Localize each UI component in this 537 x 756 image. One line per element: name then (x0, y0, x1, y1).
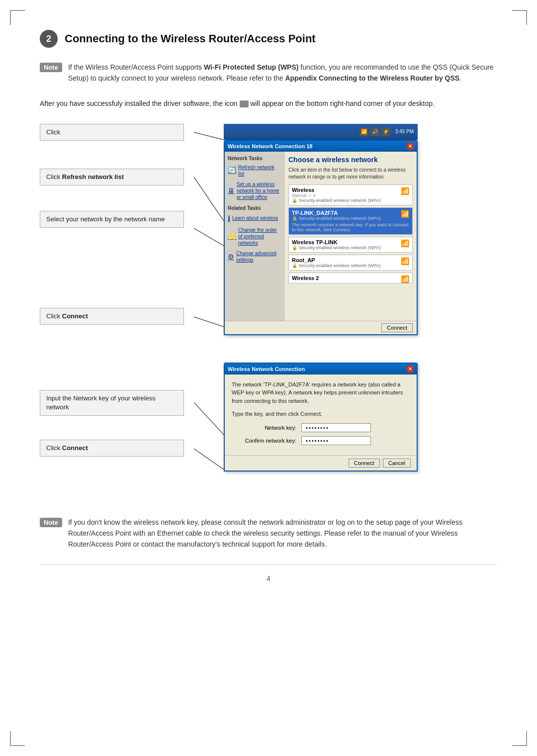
advanced-icon: ⚙ (228, 252, 234, 261)
signal-bars-4: 📶 (401, 257, 409, 265)
svg-line-2 (194, 228, 224, 246)
note-badge-2: Note (40, 518, 62, 527)
tray-icon-3: ⚡ (381, 127, 390, 136)
win-titlebar-1: Wireless Network Connection 18 ✕ (225, 141, 417, 152)
win-body-1: Network Tasks 🔄 Refresh network list 🖥 S… (225, 152, 417, 321)
steps-section-2: Input the Network key of your wireless n… (40, 363, 497, 492)
corner-mark-tl (10, 10, 25, 25)
connector-lines-2 (194, 363, 224, 492)
signal-bars-1: 📶 (401, 187, 409, 195)
network-key-input[interactable] (301, 423, 371, 432)
taskbar-strip: 📶 🔊 ⚡ 3:45 PM (224, 124, 418, 140)
note-text-1: If the Wirless Router/Access Point suppo… (68, 62, 497, 84)
wpa-body: The network 'TP-LINK_DA2F7A' requires a … (225, 375, 417, 455)
win-content-1: Choose a wireless network Click an item … (284, 152, 417, 321)
section-header: 2 Connecting to the Wireless Router/Acce… (40, 30, 497, 48)
connect-button-1[interactable]: Connect (381, 323, 413, 332)
screenshots-col-1: 📶 🔊 ⚡ 3:45 PM Wireless Network Connectio… (224, 124, 418, 335)
label-connect: Click Connect (40, 308, 184, 325)
form-row-key: Network key: (232, 423, 410, 432)
time-display: 3:45 PM (395, 129, 414, 134)
label-select: Select your network by the network name (40, 211, 184, 228)
body-text: After you have successfuly installed the… (40, 98, 497, 110)
label-connect-2: Click Connect (40, 440, 184, 457)
label-refresh: Click Refresh network list (40, 169, 184, 186)
wpa-connect-button[interactable]: Connect (349, 459, 380, 468)
form-label-confirm: Confirm network key: (232, 438, 296, 444)
note-text-2: If you don't know the wireless network k… (68, 517, 497, 550)
confirm-key-input[interactable] (301, 436, 371, 445)
connector-lines-1 (194, 124, 224, 338)
sidebar-advanced[interactable]: ⚙ Change advanced settings (228, 250, 281, 263)
step-badge: 2 (40, 30, 58, 48)
svg-line-0 (194, 132, 224, 140)
label-click: Click (40, 124, 184, 141)
note-box-2: Note If you don't know the wireless netw… (40, 517, 497, 550)
sidebar-order[interactable]: ⭐ Change the order of preferred networks (228, 227, 281, 246)
wpa-desc-1: The network 'TP-LINK_DA2F7A' requires a … (232, 380, 410, 405)
win-footer-1: Connect (225, 321, 417, 334)
network-item-wireless2[interactable]: 📶 Wireless 2 (288, 273, 413, 284)
page-footer: 4 (40, 564, 497, 582)
tray-icon-1: 📶 (359, 127, 368, 136)
win-sidebar: Network Tasks 🔄 Refresh network list 🖥 S… (225, 152, 284, 321)
win-close-btn-2[interactable]: ✕ (407, 366, 414, 373)
wpa-footer: Connect Cancel (225, 455, 417, 471)
svg-line-4 (194, 402, 224, 435)
win-titlebar-2: Wireless Network Connection ✕ (225, 364, 417, 375)
wpa-desc-2: Type the key, and then click Connect. (232, 410, 410, 418)
signal-bars-2: 📶 (401, 210, 409, 218)
screenshots-col-2: Wireless Network Connection ✕ The networ… (224, 363, 418, 472)
win-content-title: Choose a wireless network (288, 156, 413, 164)
corner-mark-br (512, 731, 527, 746)
svg-line-5 (194, 449, 224, 470)
win-content-desc: Click an item in the list below to conne… (288, 167, 413, 181)
wireless-dialog: Wireless Network Connection 18 ✕ Network… (224, 140, 418, 335)
label-input-key: Input the Network key of your wireless n… (40, 390, 184, 416)
steps-section-1: Click Click Refresh network list Select … (40, 124, 497, 338)
learn-icon: ℹ (228, 214, 230, 223)
sidebar-refresh[interactable]: 🔄 Refresh network list (228, 164, 281, 177)
corner-mark-bl (10, 731, 25, 746)
note-box-1: Note If the Wirless Router/Access Point … (40, 62, 497, 84)
wpa-dialog: Wireless Network Connection ✕ The networ… (224, 363, 418, 472)
refresh-icon: 🔄 (228, 166, 236, 175)
wpa-title: Wireless Network Connection (228, 366, 305, 372)
note-badge-1: Note (40, 63, 62, 72)
setup-icon: 🖥 (228, 186, 235, 195)
network-item-wireless[interactable]: 📶 Wireless Manual ☆ ≡ 🔒 Security-enabled… (288, 185, 413, 205)
wpa-cancel-button[interactable]: Cancel (383, 459, 411, 468)
page-number: 4 (267, 574, 270, 582)
svg-line-3 (194, 317, 224, 327)
win-title-1: Wireless Network Connection 18 (228, 143, 312, 149)
form-label-key: Network key: (232, 425, 296, 431)
tray-icon-2: 🔊 (370, 127, 379, 136)
section-title: Connecting to the Wireless Router/Access… (65, 32, 316, 45)
order-icon: ⭐ (228, 232, 236, 241)
sidebar-setup[interactable]: 🖥 Set up a wireless network for a home o… (228, 181, 281, 200)
network-item-tplink2[interactable]: 📶 Wireless TP-LINK 🔒 Security-enabled wi… (288, 237, 413, 253)
form-row-confirm: Confirm network key: (232, 436, 410, 445)
network-item-tplink[interactable]: 📶 TP-LINK_DA2F7A 🔒 Security-enabled wire… (288, 207, 413, 235)
sidebar-related-header: Related Tasks (228, 205, 281, 211)
signal-bars-5: 📶 (401, 275, 409, 283)
network-item-rootap[interactable]: 📶 Root_AP 🔒 Security-enabled wireless ne… (288, 255, 413, 271)
corner-mark-tr (512, 10, 527, 25)
signal-bars-3: 📶 (401, 239, 409, 247)
win-close-btn-1[interactable]: ✕ (407, 143, 414, 150)
sidebar-learn[interactable]: ℹ Learn about wireless (228, 214, 281, 223)
sidebar-tasks-header: Network Tasks (228, 156, 281, 161)
svg-line-1 (194, 177, 224, 221)
